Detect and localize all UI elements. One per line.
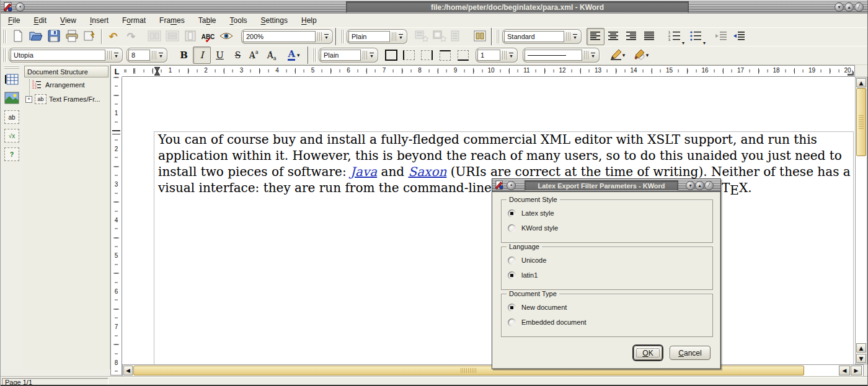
- radio-latex-style[interactable]: Latex style: [508, 208, 554, 218]
- superscript-button[interactable]: A a ↑: [247, 46, 265, 64]
- underline-button[interactable]: U: [211, 46, 229, 64]
- insert-text-frame-button[interactable]: ab: [4, 109, 20, 125]
- cancel-button[interactable]: Cancel: [670, 346, 711, 360]
- minimize-button[interactable]: ▾: [686, 181, 695, 190]
- border-width-combo[interactable]: 1 ▼: [476, 48, 518, 63]
- menu-settings[interactable]: Settings: [261, 16, 288, 25]
- insert-formula-button[interactable]: √x: [4, 128, 20, 144]
- toolbar-handle[interactable]: [4, 66, 19, 69]
- scroll-up-button-bottom[interactable]: ▲: [856, 343, 866, 353]
- expander-plus-icon[interactable]: +: [25, 96, 32, 103]
- menu-format[interactable]: Format: [122, 16, 146, 25]
- saxon-link[interactable]: Saxon: [408, 164, 446, 179]
- maximize-button[interactable]: ▴: [695, 181, 704, 190]
- border-left-button[interactable]: [400, 46, 418, 64]
- subscript-button[interactable]: A a ↓: [265, 46, 283, 64]
- background-color-button[interactable]: ▾: [629, 46, 653, 64]
- java-link[interactable]: Java: [350, 164, 377, 179]
- insert-picture-button[interactable]: [4, 90, 20, 107]
- minimize-button[interactable]: ▾: [835, 2, 844, 12]
- save-button[interactable]: [45, 28, 63, 45]
- maximize-button[interactable]: ▴: [844, 2, 854, 12]
- align-left-button[interactable]: [587, 28, 604, 45]
- vertical-ruler[interactable]: 12345678: [110, 77, 122, 375]
- increase-indent-button[interactable]: [730, 28, 748, 45]
- border-right-button[interactable]: [418, 46, 436, 64]
- tree-item-text-frames[interactable]: + ab Text Frames/Fr...: [25, 94, 100, 104]
- toolbar-handle[interactable]: [340, 30, 345, 43]
- border-bottom-button[interactable]: [454, 46, 472, 64]
- spellcheck-button[interactable]: ABC ✔: [199, 28, 217, 45]
- horizontal-ruler[interactable]: 1234567891011121314151617181920: [122, 65, 855, 77]
- print-button[interactable]: [63, 28, 81, 45]
- redo-button[interactable]: ↷: [122, 28, 140, 45]
- style-set-combo[interactable]: Standard ▼: [502, 29, 582, 44]
- align-center-button[interactable]: [604, 28, 622, 45]
- bold-button[interactable]: B: [175, 46, 193, 64]
- decrease-indent-button[interactable]: [712, 28, 730, 45]
- delete-frame-button[interactable]: [163, 28, 181, 45]
- frame-borders-button[interactable]: [181, 28, 199, 45]
- font-color-button[interactable]: A ▾: [283, 46, 305, 64]
- align-right-button[interactable]: [622, 28, 640, 45]
- scroll-left-button[interactable]: ◀: [123, 366, 133, 375]
- new-document-button[interactable]: [9, 28, 27, 45]
- menu-edit[interactable]: Edit: [33, 16, 46, 25]
- toolbar-handle[interactable]: [2, 30, 7, 43]
- italic-button[interactable]: I: [193, 46, 211, 64]
- style-manager-button[interactable]: [448, 28, 462, 45]
- scroll-left-button-right[interactable]: ◀: [839, 366, 850, 375]
- menu-file[interactable]: File: [8, 16, 20, 25]
- tree-item-arrangement[interactable]: 1.1.11.2 Arrangement: [32, 79, 85, 90]
- font-family-combo[interactable]: Utopia ▼: [9, 48, 123, 63]
- scroll-right-button[interactable]: ▶: [851, 366, 862, 375]
- toolbar-handle[interactable]: [2, 48, 7, 62]
- insert-table-button[interactable]: [4, 72, 20, 88]
- vertical-scroll-thumb[interactable]: [856, 88, 866, 156]
- bullet-list-button[interactable]: ▾: [686, 28, 707, 45]
- dialog-title-bar[interactable]: • Latex Export Filter Parameters - KWord…: [492, 179, 720, 192]
- scroll-down-button[interactable]: ▼: [856, 354, 866, 363]
- menu-view[interactable]: View: [60, 16, 76, 25]
- align-justify-button[interactable]: [640, 28, 658, 45]
- open-button[interactable]: [27, 28, 45, 45]
- scroll-up-button[interactable]: ▲: [856, 78, 866, 87]
- title-bar[interactable]: • file:/home/peter/doc/beginlatex/para.x…: [1, 0, 868, 14]
- close-button[interactable]: ⁄: [704, 181, 714, 190]
- line-style-combo[interactable]: ▼: [523, 48, 600, 63]
- print-preview-button[interactable]: [81, 28, 99, 45]
- numbered-list-button[interactable]: 1.2.3. ▾: [665, 28, 686, 45]
- paragraph-style-combo[interactable]: Plain ▼: [347, 29, 407, 44]
- edit-frame-button[interactable]: [145, 28, 163, 45]
- window-menu-button[interactable]: •: [16, 2, 25, 12]
- document-canvas[interactable]: You can of course buy and install a full…: [122, 77, 855, 364]
- border-color-button[interactable]: ▾: [606, 46, 629, 64]
- radio-kword-style[interactable]: KWord style: [508, 223, 558, 233]
- columns-button[interactable]: [471, 28, 489, 45]
- border-style-combo[interactable]: Plain ▼: [319, 48, 378, 63]
- radio-new-document[interactable]: New document: [508, 302, 567, 312]
- menu-table[interactable]: Table: [198, 16, 216, 25]
- menu-tools[interactable]: Tools: [230, 16, 247, 25]
- menu-frames[interactable]: Frames: [159, 16, 185, 25]
- radio-latin1[interactable]: latin1: [508, 270, 538, 280]
- border-outline-button[interactable]: [382, 46, 400, 64]
- radio-embedded-document[interactable]: Embedded document: [508, 317, 587, 327]
- formatting-characters-button[interactable]: [217, 28, 235, 45]
- vertical-scrollbar[interactable]: ▲ ▲ ▼: [855, 77, 867, 364]
- border-top-button[interactable]: [436, 46, 454, 64]
- radio-unicode[interactable]: Unicode: [508, 255, 546, 265]
- close-button[interactable]: ⁄: [854, 2, 864, 12]
- toolbar-handle[interactable]: [312, 48, 317, 62]
- create-style-button[interactable]: [412, 28, 430, 45]
- font-size-combo[interactable]: 8 ▼: [126, 48, 167, 63]
- indent-marker[interactable]: [154, 67, 160, 76]
- strikethrough-button[interactable]: S: [229, 46, 247, 64]
- menu-help[interactable]: Help: [301, 16, 317, 25]
- window-menu-button[interactable]: •: [507, 181, 516, 190]
- undo-button[interactable]: ↶: [104, 28, 122, 45]
- update-style-button[interactable]: [430, 28, 448, 45]
- insert-object-button[interactable]: ?: [4, 146, 20, 162]
- tab-stop-selector[interactable]: L: [110, 65, 123, 78]
- zoom-combo[interactable]: 200% ▼: [241, 29, 333, 44]
